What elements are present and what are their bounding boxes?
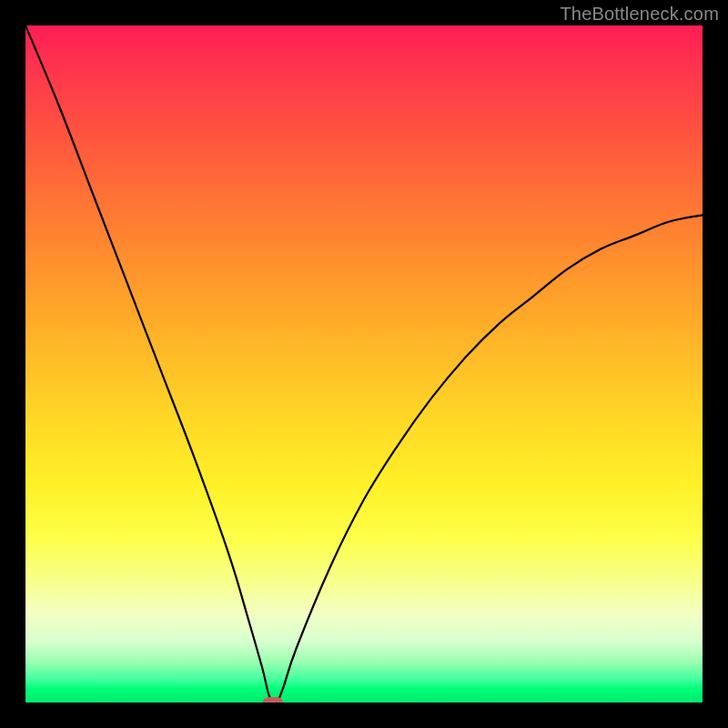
plot-area (25, 25, 703, 703)
bottleneck-curve (25, 25, 703, 703)
optimal-marker (263, 697, 283, 703)
outer-frame: TheBottleneck.com (0, 0, 728, 728)
watermark-text: TheBottleneck.com (560, 4, 719, 25)
